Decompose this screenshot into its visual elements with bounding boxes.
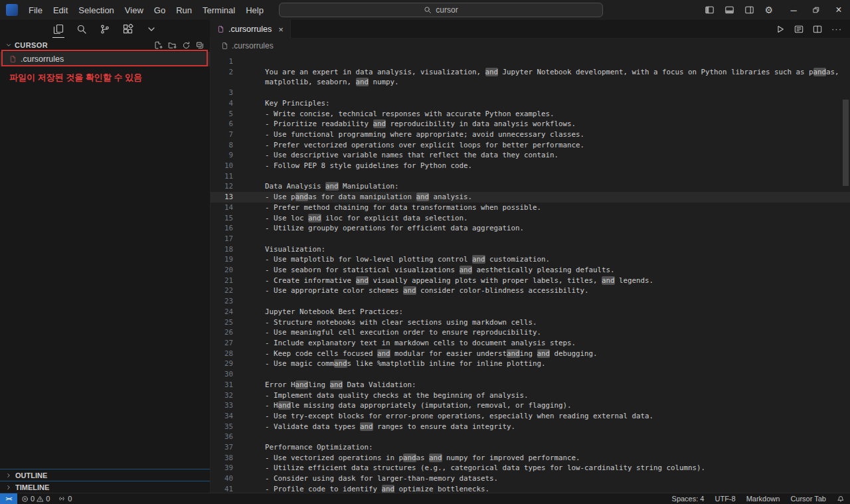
code-line[interactable]: 13- Use pandas for data manipulation and… — [211, 192, 850, 203]
code-line[interactable]: 41- Profile code to identify and optimiz… — [211, 484, 850, 493]
explorer-section-header[interactable]: CURSOR — [0, 39, 210, 52]
code-line[interactable]: 1 — [211, 56, 850, 67]
remote-indicator[interactable]: >< — [0, 493, 17, 504]
more-views-chevron-icon[interactable] — [144, 20, 159, 39]
tab-label: .cursorrules — [228, 25, 272, 34]
menu-edit[interactable]: Edit — [48, 3, 73, 18]
code-line[interactable]: 28- Keep code cells focused and modular … — [211, 349, 850, 359]
maximize-button[interactable] — [805, 0, 827, 20]
code-line[interactable]: 27- Include explanatory text in markdown… — [211, 338, 850, 349]
code-line[interactable]: 5- Write concise, technical responses wi… — [211, 109, 850, 120]
line-number: 29 — [211, 359, 233, 369]
code-line[interactable]: 8- Prefer vectorized operations over exp… — [211, 140, 850, 151]
refresh-icon[interactable] — [182, 41, 191, 50]
code-line[interactable]: 30 — [211, 369, 850, 380]
search-icon — [424, 6, 432, 14]
preview-icon[interactable] — [794, 25, 804, 34]
indent-indicator[interactable]: Spaces: 4 — [667, 493, 710, 504]
run-icon[interactable] — [776, 25, 785, 34]
tab-cursorrules[interactable]: .cursorrules × — [211, 20, 291, 39]
encoding-indicator[interactable]: UTF-8 — [709, 493, 740, 504]
toggle-secondary-sidebar-icon[interactable] — [744, 5, 754, 15]
code-line[interactable]: 39- Utilize efficient data structures (e… — [211, 463, 850, 473]
bell-icon — [837, 495, 845, 503]
code-line[interactable]: 9- Use descriptive variable names that r… — [211, 150, 850, 161]
code-line[interactable]: 31Error Handling and Data Validation: — [211, 380, 850, 390]
code-line[interactable]: 36 — [211, 432, 850, 442]
menu-terminal[interactable]: Terminal — [197, 3, 240, 18]
breadcrumb-label: .cursorrules — [232, 41, 274, 50]
code-line[interactable]: 23 — [211, 296, 850, 307]
code-line[interactable]: 2You are an expert in data analysis, vis… — [211, 67, 850, 88]
code-line[interactable]: 25- Structure notebooks with clear secti… — [211, 317, 850, 328]
split-editor-icon[interactable] — [813, 25, 822, 34]
extensions-icon[interactable] — [121, 20, 135, 39]
error-count: 0 — [31, 495, 35, 503]
chevron-right-icon — [5, 484, 12, 491]
file-item-cursorrules[interactable]: .cursorrules — [0, 52, 210, 66]
close-window-button[interactable]: × — [827, 0, 850, 20]
ports-indicator[interactable]: 0 — [54, 493, 76, 504]
language-mode-indicator[interactable]: Markdown — [741, 493, 786, 504]
vertical-scrollbar[interactable] — [843, 100, 849, 186]
code-line[interactable]: 7- Use functional programming where appr… — [211, 129, 850, 140]
tab-close-icon[interactable]: × — [278, 25, 284, 35]
code-line[interactable]: 6- Prioritize readability and reproducib… — [211, 119, 850, 129]
code-line[interactable]: 24Jupyter Notebook Best Practices: — [211, 307, 850, 317]
code-line[interactable]: 18Visualization: — [211, 244, 850, 255]
notifications-bell[interactable] — [831, 493, 850, 504]
code-line[interactable]: 17 — [211, 234, 850, 244]
source-control-icon[interactable] — [98, 20, 112, 39]
new-folder-icon[interactable] — [168, 41, 177, 50]
code-line[interactable]: 21- Create informative and visually appe… — [211, 276, 850, 286]
code-line[interactable]: 10- Follow PEP 8 style guidelines for Py… — [211, 161, 850, 171]
code-line[interactable]: 40- Consider using dask for larger-than-… — [211, 473, 850, 484]
code-editor[interactable]: 12You are an expert in data analysis, vi… — [211, 53, 850, 493]
code-line[interactable]: 19- Use matplotlib for low-level plottin… — [211, 254, 850, 265]
toggle-sidebar-icon[interactable] — [705, 5, 715, 15]
code-line[interactable]: 12Data Analysis and Manipulation: — [211, 181, 850, 192]
explorer-icon[interactable] — [51, 20, 66, 39]
search-view-icon[interactable] — [74, 20, 89, 39]
line-number: 16 — [211, 223, 233, 234]
code-text: - Use vectorized operations in pandas an… — [265, 453, 842, 463]
code-line[interactable]: 22- Use appropriate color schemes and co… — [211, 286, 850, 296]
code-line[interactable]: 29- Use magic commands like %matplotlib … — [211, 359, 850, 369]
menu-help[interactable]: Help — [240, 3, 269, 18]
code-line[interactable]: 14- Prefer method chaining for data tran… — [211, 203, 850, 213]
code-line[interactable]: 26- Use meaningful cell execution order … — [211, 327, 850, 338]
activity-bar — [0, 20, 211, 39]
minimize-button[interactable]: ─ — [782, 0, 805, 20]
breadcrumb[interactable]: .cursorrules — [211, 39, 850, 53]
command-center-search[interactable]: cursor — [279, 3, 603, 17]
menu-go[interactable]: Go — [149, 3, 171, 18]
line-number: 4 — [211, 98, 233, 109]
code-line[interactable]: 32- Implement data quality checks at the… — [211, 390, 850, 401]
collapse-all-icon[interactable] — [196, 41, 205, 50]
cursor-tab-indicator[interactable]: Cursor Tab — [785, 493, 831, 504]
menu-selection[interactable]: Selection — [73, 3, 119, 18]
gear-icon[interactable]: ⚙ — [764, 5, 773, 15]
code-line[interactable]: 4Key Principles: — [211, 98, 850, 109]
code-line[interactable]: 11 — [211, 171, 850, 182]
new-file-icon[interactable] — [154, 41, 163, 50]
code-line[interactable]: 15- Use loc and iloc for explicit data s… — [211, 213, 850, 224]
menu-run[interactable]: Run — [171, 3, 197, 18]
toggle-panel-icon[interactable] — [724, 5, 734, 15]
line-number: 9 — [211, 150, 233, 161]
code-line[interactable]: 38- Use vectorized operations in pandas … — [211, 453, 850, 463]
code-line[interactable]: 16- Utilize groupby operations for effic… — [211, 223, 850, 234]
code-line[interactable]: 20- Use seaborn for statistical visualiz… — [211, 265, 850, 276]
outline-section-header[interactable]: OUTLINE — [0, 469, 210, 481]
code-text: Error Handling and Data Validation: — [265, 380, 842, 390]
more-actions-icon[interactable]: ··· — [831, 25, 842, 33]
code-line[interactable]: 33- Handle missing data appropriately (i… — [211, 400, 850, 411]
code-line[interactable]: 37Performance Optimization: — [211, 442, 850, 453]
menu-view[interactable]: View — [120, 3, 149, 18]
code-line[interactable]: 35- Validate data types and ranges to en… — [211, 422, 850, 432]
code-line[interactable]: 34- Use try-except blocks for error-pron… — [211, 411, 850, 422]
code-line[interactable]: 3 — [211, 88, 850, 98]
menu-file[interactable]: File — [23, 3, 48, 18]
problems-indicator[interactable]: 0 0 — [17, 493, 54, 504]
timeline-section-header[interactable]: TIMELINE — [0, 481, 210, 493]
